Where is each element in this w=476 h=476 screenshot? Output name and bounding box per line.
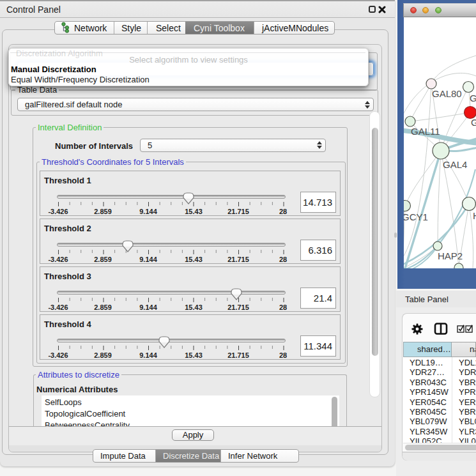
- svg-text:GAL80: GAL80: [432, 88, 462, 99]
- svg-text:H: H: [473, 210, 476, 221]
- svg-text:HAP2: HAP2: [438, 250, 463, 261]
- svg-text:GA: GA: [470, 93, 476, 104]
- svg-text:GCY1: GCY1: [404, 211, 428, 222]
- svg-text:GAL4: GAL4: [443, 159, 467, 170]
- svg-text:GAL11: GAL11: [411, 126, 440, 137]
- svg-text:G: G: [471, 117, 476, 128]
